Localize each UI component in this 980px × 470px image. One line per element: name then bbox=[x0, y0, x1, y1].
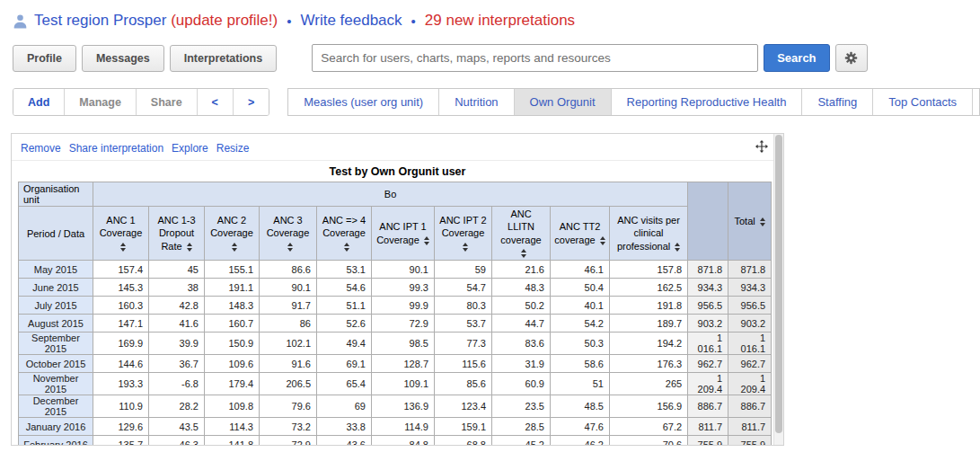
write-feedback-link[interactable]: Write feedback bbox=[300, 12, 402, 30]
tab-visits-anc[interactable]: Visits ANC bbox=[972, 89, 980, 115]
value-cell: 49.4 bbox=[317, 333, 372, 355]
value-cell: 206.5 bbox=[260, 373, 317, 395]
sort-up-icon bbox=[424, 236, 429, 240]
search-button[interactable]: Search bbox=[764, 44, 829, 72]
action-button[interactable]: < bbox=[197, 89, 233, 115]
value-cell: 156.9 bbox=[610, 395, 688, 418]
column-label: ANC IPT 2 Coverage bbox=[439, 215, 486, 238]
total-column-header[interactable]: Total bbox=[728, 182, 772, 261]
value-cell: 38 bbox=[149, 279, 205, 297]
value-cell: 40.1 bbox=[551, 297, 610, 315]
action-button[interactable]: Share bbox=[136, 89, 197, 115]
widget-link[interactable]: Explore bbox=[172, 142, 208, 155]
sort-down-icon bbox=[232, 248, 237, 252]
value-cell: 43.5 bbox=[149, 418, 205, 436]
settings-button[interactable] bbox=[835, 44, 868, 72]
sort-icon[interactable] bbox=[760, 217, 765, 226]
column-header[interactable]: ANC 3 Coverage bbox=[260, 207, 317, 261]
tab-reporting-reproductive-health[interactable]: Reporting Reproductive Health bbox=[611, 89, 802, 115]
value-cell: 144.6 bbox=[93, 355, 149, 373]
value-cell: 70.6 bbox=[610, 436, 688, 446]
value-cell: 23.5 bbox=[492, 395, 551, 418]
sort-icon[interactable] bbox=[521, 249, 526, 258]
sort-icon[interactable] bbox=[287, 243, 293, 252]
value-cell: 28.5 bbox=[492, 418, 551, 436]
value-cell: 191.1 bbox=[205, 279, 260, 297]
org-unit-header[interactable]: Bo bbox=[93, 182, 688, 207]
column-header[interactable]: ANC 2 Coverage bbox=[205, 207, 260, 261]
sort-icon[interactable] bbox=[463, 243, 468, 252]
pivot-table: Organisation unit Bo Total Period / Data… bbox=[18, 182, 772, 446]
vertical-scrollbar[interactable] bbox=[773, 134, 783, 445]
sort-icon[interactable] bbox=[600, 236, 605, 245]
action-button[interactable]: Add bbox=[13, 89, 64, 115]
value-cell: 141.8 bbox=[205, 436, 260, 446]
sort-icon[interactable] bbox=[187, 243, 192, 252]
total-cell: 1 209.4 bbox=[728, 373, 772, 395]
sort-icon[interactable] bbox=[232, 243, 237, 252]
value-cell: 160.3 bbox=[93, 297, 149, 315]
value-cell: 48.5 bbox=[551, 395, 610, 418]
value-cell: 45 bbox=[149, 261, 205, 279]
table-row: June 2015 145.338191.190.154.699.354.748… bbox=[19, 279, 772, 297]
toolbar-button[interactable]: Profile bbox=[13, 45, 76, 72]
tab-measles-user-org-unit-[interactable]: Measles (user org unit) bbox=[288, 89, 438, 115]
new-interpretations-link[interactable]: 29 new interpretations bbox=[425, 12, 575, 30]
subtotal-cell: 962.7 bbox=[688, 355, 728, 373]
column-header[interactable]: ANC => 4 Coverage bbox=[317, 207, 372, 261]
value-cell: 41.6 bbox=[149, 315, 205, 333]
update-profile-notice[interactable]: (update profile!) bbox=[171, 12, 278, 29]
column-label: ANC => 4 Coverage bbox=[322, 215, 366, 238]
toolbar-buttons: ProfileMessagesInterpretations bbox=[13, 45, 282, 72]
column-header[interactable]: ANC IPT 1 Coverage bbox=[372, 207, 435, 261]
value-cell: 33.8 bbox=[317, 418, 372, 436]
value-cell: 169.9 bbox=[93, 333, 149, 355]
column-header[interactable]: ANC LLITN coverage bbox=[492, 207, 551, 261]
tab-top-contacts[interactable]: Top Contacts bbox=[872, 89, 972, 115]
value-cell: 160.7 bbox=[205, 315, 260, 333]
tab-own-orgunit[interactable]: Own Orgunit bbox=[514, 89, 611, 115]
value-cell: 52.6 bbox=[317, 315, 372, 333]
sort-icon[interactable] bbox=[675, 243, 680, 252]
value-cell: 129.6 bbox=[93, 418, 149, 436]
subtotal-cell: 871.8 bbox=[688, 261, 728, 279]
toolbar-button[interactable]: Messages bbox=[82, 45, 164, 72]
value-cell: 58.6 bbox=[551, 355, 610, 373]
value-cell: 99.3 bbox=[372, 279, 435, 297]
period-cell: September 2015 bbox=[19, 333, 93, 355]
widget-link[interactable]: Remove bbox=[21, 142, 61, 155]
widget-links: RemoveShare interpretationExploreResize bbox=[12, 134, 783, 161]
value-cell: 176.3 bbox=[610, 355, 688, 373]
subtotal-cell: 934.3 bbox=[688, 279, 728, 297]
sort-icon[interactable] bbox=[120, 243, 126, 252]
scrollbar-thumb[interactable] bbox=[775, 135, 782, 433]
value-cell: 47.6 bbox=[551, 418, 610, 436]
toolbar-button[interactable]: Interpretations bbox=[170, 45, 278, 72]
corner-header: Organisation unit bbox=[19, 182, 93, 207]
sort-up-icon bbox=[760, 217, 765, 221]
value-cell: 157.4 bbox=[93, 261, 149, 279]
move-icon[interactable] bbox=[755, 140, 768, 156]
tab-nutrition[interactable]: Nutrition bbox=[438, 89, 513, 115]
column-header[interactable]: ANC IPT 2 Coverage bbox=[435, 207, 492, 261]
value-cell: 72.9 bbox=[372, 315, 435, 333]
sort-icon[interactable] bbox=[344, 243, 349, 252]
tab-staffing[interactable]: Staffing bbox=[801, 89, 872, 115]
sort-icon[interactable] bbox=[424, 236, 429, 245]
column-header[interactable]: ANC visits per clinical professional bbox=[610, 207, 688, 261]
action-button[interactable]: > bbox=[233, 89, 269, 115]
value-cell: 77.3 bbox=[435, 333, 492, 355]
column-header-row: Period / Data ANC 1 Coverage ANC 1-3 Dro… bbox=[19, 207, 772, 261]
column-header[interactable]: ANC 1-3 Dropout Rate bbox=[149, 207, 205, 261]
column-header[interactable]: ANC TT2 coverage bbox=[551, 207, 610, 261]
widget-link[interactable]: Resize bbox=[216, 142, 250, 155]
value-cell: 46.1 bbox=[551, 261, 610, 279]
profile-name-link[interactable]: Test region Prosper bbox=[34, 12, 166, 29]
action-button[interactable]: Manage bbox=[64, 89, 136, 115]
period-data-header: Period / Data bbox=[19, 207, 93, 261]
value-cell: 102.1 bbox=[260, 333, 317, 355]
column-header[interactable]: ANC 1 Coverage bbox=[93, 207, 149, 261]
value-cell: 145.3 bbox=[93, 279, 149, 297]
widget-link[interactable]: Share interpretation bbox=[69, 142, 163, 155]
search-input[interactable] bbox=[312, 44, 758, 72]
